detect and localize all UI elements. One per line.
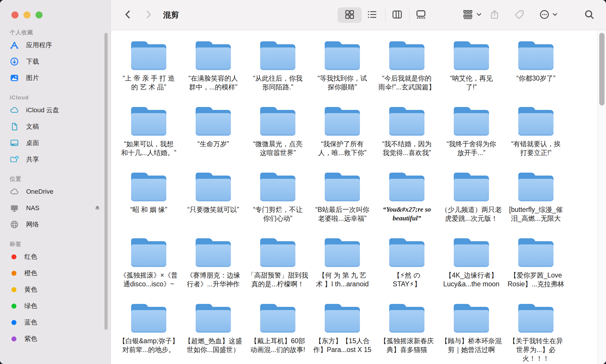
folder-item[interactable]: [butterfly_综漫_催 泪_高燃...无限大	[504, 173, 568, 238]
folder-item[interactable]: 【爱你罗茜_Love Rosie】...克拉弗林	[504, 238, 568, 304]
folder-item[interactable]: “昭 和 姻 缘”	[116, 173, 181, 238]
forward-button[interactable]	[143, 10, 153, 21]
folder-item[interactable]: 【超燃_热血】这盛 世如你...国盛世）	[181, 304, 246, 364]
sidebar-item[interactable]: OneDrive	[10, 183, 105, 200]
more-button[interactable]	[539, 9, 550, 21]
sidebar-item[interactable]: 黄色	[10, 281, 105, 298]
sidebar-item[interactable]: 红色	[10, 249, 105, 265]
folder-item[interactable]: “You&#x27;re so beautiful”	[375, 173, 439, 238]
search-button[interactable]	[584, 9, 595, 21]
folder-item[interactable]: “我终于舍得为你 放开手...”	[439, 107, 504, 173]
share-button[interactable]	[489, 9, 500, 21]
folder-icon	[518, 173, 554, 201]
minimize-window-button[interactable]	[23, 11, 31, 18]
sidebar-item[interactable]: 桌面	[10, 135, 105, 151]
folder-label: “从此往后，你我 形同陌路.”	[253, 74, 303, 91]
more-chevron-button[interactable]	[551, 11, 558, 19]
folder-item[interactable]: “呐艾伦，再见 了!”	[439, 41, 504, 107]
folder-item[interactable]: “只要微笑就可以”	[181, 173, 246, 238]
cloud-gray-icon	[10, 187, 21, 196]
folder-item[interactable]: “等我找到你，试 探你眼睛”	[310, 41, 375, 107]
list-view-icon	[367, 9, 377, 21]
folder-item[interactable]: “微微晨光，点亮 这喧嚣世界”	[246, 107, 310, 173]
sidebar-item[interactable]: 应用程序	[10, 37, 105, 53]
eject-icon[interactable]	[94, 204, 101, 212]
folder-label: “上 帝 亲 手 打 造 的 艺 术 品”	[123, 74, 175, 91]
folder-item[interactable]: 【白银&amp;弥子】 对前辈...的地步。	[116, 304, 181, 364]
view-column-button[interactable]	[392, 9, 402, 21]
folder-icon	[518, 238, 554, 267]
group-chevron-button[interactable]	[475, 11, 483, 19]
tag-color-dot	[11, 336, 16, 341]
folder-item[interactable]: “我保护了所有 人，唯...救下你”	[310, 107, 375, 173]
sidebar-item[interactable]: 紫色	[10, 331, 105, 347]
folder-icon	[195, 107, 231, 136]
folder-icon	[195, 238, 231, 267]
sidebar-item-label: 桌面	[26, 139, 39, 147]
tag-color-dot	[11, 304, 16, 309]
window-title: 混剪	[163, 0, 179, 30]
sidebar-item[interactable]: 绿色	[10, 298, 105, 314]
folder-item[interactable]: “我不结婚，因为 我觉得...喜欢我”	[375, 107, 439, 173]
view-gallery-button[interactable]	[416, 9, 426, 21]
folder-icon	[131, 107, 167, 136]
sidebar-scrollbar[interactable]	[104, 33, 108, 330]
folder-item[interactable]: 《孤独摇滚》×《普 通disco...isco》~	[116, 238, 181, 304]
view-grid-button[interactable]	[344, 9, 355, 21]
folder-item[interactable]: “在满脸笑容的人 群中，...的模样”	[181, 41, 246, 107]
toolbar-divider	[409, 8, 409, 22]
close-window-button[interactable]	[11, 11, 18, 18]
folder-item[interactable]: 【关于我转生在异 世界为...】必火！！！	[504, 304, 568, 364]
tag-button[interactable]	[514, 9, 525, 21]
download-icon	[10, 57, 21, 66]
folder-item[interactable]: “你都30岁了”	[504, 41, 568, 107]
back-button[interactable]	[123, 10, 133, 21]
sidebar-item-label: 图片	[26, 74, 39, 82]
folder-item[interactable]: “上 帝 亲 手 打 造 的 艺 术 品”	[116, 41, 181, 107]
folder-item[interactable]: 【东方】【15人合 作】Para...ost X 15	[310, 304, 375, 364]
sidebar-item[interactable]: 橙色	[10, 265, 105, 281]
folder-item[interactable]: 《赛博朋克：边缘 行者》...升华神作	[181, 238, 246, 304]
sidebar-item-label: 应用程序	[26, 41, 52, 50]
folder-icon	[324, 107, 360, 136]
shared-folder-icon	[10, 155, 21, 164]
folder-icon	[324, 173, 360, 201]
sidebar-item[interactable]: NAS	[10, 200, 105, 216]
folder-item[interactable]: （少儿频道）两只老 虎爱跳...次元版！	[439, 173, 504, 238]
zoom-window-button[interactable]	[35, 11, 43, 18]
finder-window: 个人收藏应用程序下载图片iCloudiCloud 云盘文稿桌面共享位置OneDr…	[0, 0, 606, 364]
view-list-button[interactable]	[367, 9, 377, 21]
sidebar-item-label: 绿色	[24, 302, 37, 310]
content-scrollbar[interactable]	[599, 33, 605, 106]
folder-item[interactable]: “如果可以，我想 和十几...人结婚。”	[116, 107, 181, 173]
group-button[interactable]	[463, 9, 473, 21]
folder-icon	[518, 304, 554, 333]
folder-item[interactable]: “从此往后，你我 形同陌路.”	[246, 41, 310, 107]
sidebar-item[interactable]: 蓝色	[10, 314, 105, 331]
sidebar: 个人收藏应用程序下载图片iCloudiCloud 云盘文稿桌面共享位置OneDr…	[0, 0, 111, 364]
sidebar-item[interactable]: 共享	[10, 151, 105, 168]
sidebar-item[interactable]: iCloud 云盘	[10, 102, 105, 118]
folder-item[interactable]: 【何 为 第 九 艺 术 】I th...aranoid	[310, 238, 375, 304]
folder-label: 【戴上耳机】60部 动画混...们的故事!	[250, 336, 305, 354]
folder-item[interactable]: 「高甜预警」甜到我 真的是...柠檬啊！	[246, 238, 310, 304]
folder-item[interactable]: 【4K_边缘行者】 Lucy&a...the moon	[439, 238, 504, 304]
folder-item[interactable]: 【⚡然 の STAY⚡】	[375, 238, 439, 304]
folder-item[interactable]: “生命万岁”	[181, 107, 246, 173]
folder-item[interactable]: “专门剪烂，不让 你们心动”	[246, 173, 310, 238]
sidebar-item[interactable]: 网络	[10, 216, 105, 233]
folder-item[interactable]: 【顾与】桥本环奈混 剪｜她曾活过啊	[439, 304, 504, 364]
globe-icon	[10, 220, 21, 229]
sidebar-item[interactable]: 文稿	[10, 118, 105, 135]
sidebar-item[interactable]: 下载	[10, 53, 105, 70]
folder-item[interactable]: “有错就要认，挨 打要立正!”	[504, 107, 568, 173]
chevron-left-icon	[123, 10, 133, 21]
folder-item[interactable]: “今后我就是你的 雨伞!”...玄武国篇】	[375, 41, 439, 107]
folder-item[interactable]: 【孤独摇滚新春庆 典】喜多猫猫	[375, 304, 439, 364]
tag-color-dot	[11, 254, 16, 259]
folder-item[interactable]: 【戴上耳机】60部 动画混...们的故事!	[246, 304, 310, 364]
folder-icon	[260, 304, 296, 333]
sidebar-item[interactable]: 图片	[10, 70, 105, 86]
folder-item[interactable]: “B站最后一次叫你 老婆啦...远幸福”	[310, 173, 375, 238]
folder-label: “有错就要认，挨 打要立正!”	[511, 140, 561, 157]
